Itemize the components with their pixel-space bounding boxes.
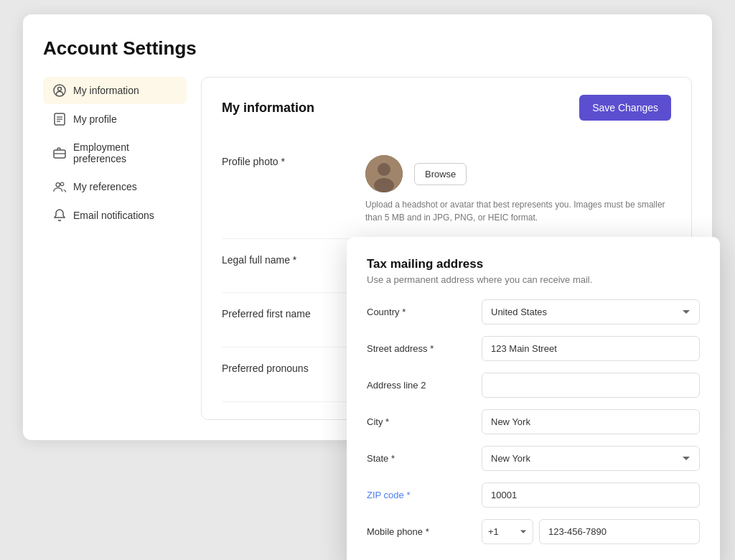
sidebar-item-label: Employment preferences: [73, 141, 177, 164]
address-line2-label: Address line 2: [367, 380, 482, 391]
sidebar-item-label: My information: [73, 85, 139, 96]
sidebar-item-my-information[interactable]: My information: [43, 77, 187, 104]
city-row: City *: [367, 409, 700, 434]
save-changes-button[interactable]: Save Changes: [579, 95, 671, 121]
mobile-phone-row: Mobile phone * +1 +44 +91: [367, 519, 700, 544]
phone-number-input[interactable]: [539, 519, 700, 544]
svg-point-8: [56, 183, 60, 187]
main-layout: My information My profile: [43, 77, 692, 420]
state-label: State *: [367, 453, 482, 464]
preferred-pronouns-label: Preferred pronouns: [222, 363, 309, 374]
sidebar-item-label: My references: [73, 181, 137, 192]
overlay-subtitle: Use a permanent address where you can re…: [367, 274, 700, 285]
svg-point-12: [374, 178, 394, 192]
street-address-row: Street address *: [367, 336, 700, 361]
zip-code-row: ZIP code *: [367, 482, 700, 508]
city-input[interactable]: [482, 409, 700, 434]
content-section-title: My information: [222, 101, 314, 116]
street-address-input[interactable]: [482, 336, 700, 361]
content-header: My information Save Changes: [222, 95, 671, 121]
profile-photo-label-col: Profile photo *: [222, 155, 365, 168]
mobile-phone-label: Mobile phone *: [367, 526, 482, 537]
avatar: [365, 155, 403, 192]
profile-photo-area: Browse: [365, 155, 671, 192]
svg-point-1: [58, 88, 62, 91]
sidebar-item-email-notifications[interactable]: Email notifications: [43, 202, 187, 229]
document-icon: [53, 113, 66, 126]
briefcase-icon: [53, 146, 66, 159]
people-icon: [53, 180, 66, 193]
profile-photo-value-col: Browse Upload a headshot or avatar that …: [365, 155, 671, 224]
country-select[interactable]: United States Canada United Kingdom: [482, 299, 700, 325]
user-circle-icon: [53, 84, 66, 97]
svg-point-11: [378, 163, 390, 176]
legal-name-label-col: Legal full name *: [222, 253, 365, 266]
sidebar-item-label: Email notifications: [73, 210, 154, 221]
zip-code-label: ZIP code *: [367, 490, 482, 500]
bell-icon: [53, 209, 66, 222]
overlay-title: Tax mailing address: [367, 257, 700, 271]
tax-mailing-address-card: Tax mailing address Use a permanent addr…: [347, 237, 720, 560]
city-label: City *: [367, 416, 482, 427]
profile-photo-label: Profile photo *: [222, 156, 285, 167]
address-line2-row: Address line 2: [367, 373, 700, 398]
svg-point-9: [60, 182, 64, 186]
page-title: Account Settings: [43, 37, 692, 60]
zip-code-input[interactable]: [482, 482, 700, 508]
phone-row: +1 +44 +91: [482, 519, 700, 544]
preferred-pronouns-label-col: Preferred pronouns: [222, 362, 365, 375]
phone-code-select[interactable]: +1 +44 +91: [482, 519, 533, 544]
profile-photo-hint: Upload a headshot or avatar that best re…: [365, 198, 671, 224]
state-select[interactable]: New York California Texas Florida: [482, 446, 700, 471]
preferred-first-name-label: Preferred first name: [222, 308, 311, 319]
preferred-first-name-label-col: Preferred first name: [222, 307, 365, 320]
content-card: My information Save Changes Profile phot…: [201, 77, 692, 420]
country-row: Country * United States Canada United Ki…: [367, 299, 700, 325]
street-address-label: Street address *: [367, 343, 482, 354]
sidebar-item-my-references[interactable]: My references: [43, 173, 187, 200]
sidebar-item-my-profile[interactable]: My profile: [43, 106, 187, 133]
browse-button[interactable]: Browse: [414, 163, 467, 185]
sidebar: My information My profile: [43, 77, 187, 230]
address-line2-input[interactable]: [482, 373, 700, 398]
country-label: Country *: [367, 307, 482, 317]
sidebar-item-label: My profile: [73, 113, 117, 125]
state-row: State * New York California Texas Florid…: [367, 446, 700, 471]
legal-full-name-label: Legal full name *: [222, 254, 296, 266]
profile-photo-row: Profile photo * Browse Upload a: [222, 141, 671, 239]
sidebar-item-employment-preferences[interactable]: Employment preferences: [43, 134, 187, 172]
outer-card: Account Settings My information: [23, 14, 712, 440]
